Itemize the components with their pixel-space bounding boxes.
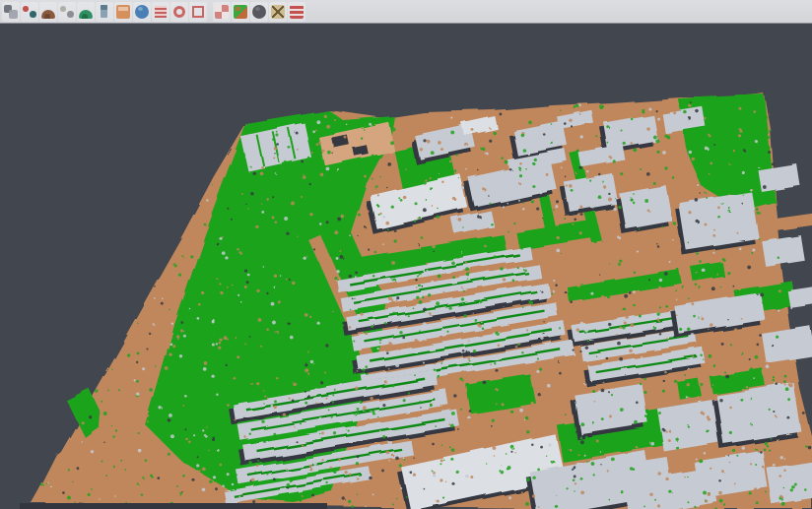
- circle-selection-icon: [171, 4, 187, 20]
- rect-selection-button[interactable]: [189, 2, 207, 22]
- sparse-points-button[interactable]: [58, 2, 76, 22]
- red-stripes-icon: [289, 4, 304, 20]
- ortho-tile-button[interactable]: [114, 2, 132, 22]
- building-roof: [657, 400, 722, 452]
- dark-sphere-button[interactable]: [250, 2, 268, 22]
- tile-filter-icon: [214, 4, 230, 20]
- ortho-tile-icon: [115, 4, 131, 20]
- red-layers-button[interactable]: [152, 2, 169, 22]
- classification-colors-button[interactable]: [232, 2, 249, 22]
- section-cut-icon: [270, 4, 286, 20]
- classified-points-button[interactable]: [21, 2, 38, 22]
- toolbar: [0, 0, 812, 24]
- sparse-points-icon: [59, 4, 75, 20]
- dark-sphere-icon: [251, 4, 267, 20]
- profile-view-icon: [97, 4, 112, 20]
- project-tiles-button[interactable]: [2, 2, 20, 22]
- terrain-mound-button[interactable]: [39, 2, 57, 22]
- cloud-bottom-shade: [20, 503, 327, 509]
- viewport-3d[interactable]: [0, 0, 812, 509]
- terrain-mound-icon: [40, 4, 56, 20]
- section-cut-button[interactable]: [269, 2, 287, 22]
- green-terrain-button[interactable]: [77, 2, 95, 22]
- red-stripes-button[interactable]: [288, 2, 305, 22]
- globe-icon: [134, 4, 150, 20]
- red-layers-icon: [153, 4, 169, 20]
- classified-points-icon: [22, 4, 37, 20]
- green-terrain-icon: [78, 4, 94, 20]
- classification-colors-icon: [233, 4, 248, 20]
- app-window: [0, 0, 812, 509]
- project-tiles-icon: [3, 4, 19, 20]
- rect-selection-icon: [190, 4, 206, 20]
- tile-filter-button[interactable]: [213, 2, 231, 22]
- profile-view-button[interactable]: [96, 2, 113, 22]
- circle-selection-button[interactable]: [170, 2, 188, 22]
- globe-button[interactable]: [133, 2, 151, 22]
